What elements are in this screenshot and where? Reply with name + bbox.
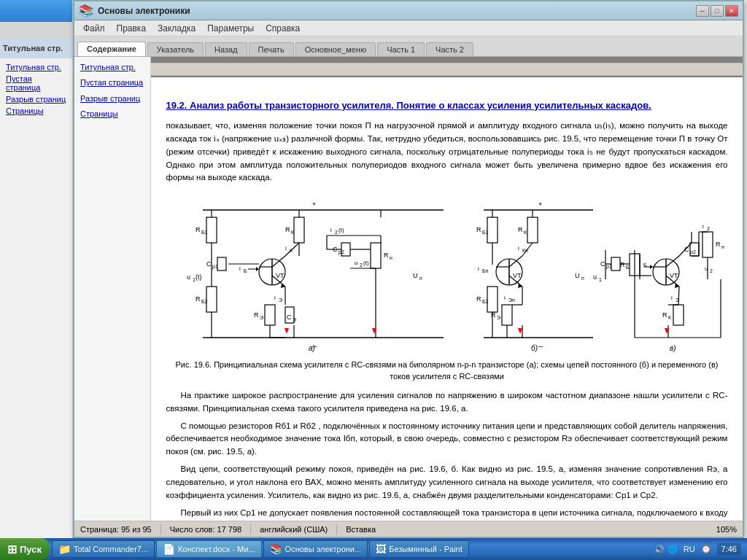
word-nav-titlepage[interactable]: Титульная стр. — [3, 61, 69, 73]
taskbar-item-totalcmd[interactable]: 📁 Total Commander7... — [52, 540, 155, 558]
svg-text:R: R — [518, 226, 523, 233]
book-title-controls: ─ □ ✕ — [696, 5, 738, 17]
svg-rect-78 — [487, 217, 498, 243]
document-area[interactable]: 19.2. Анализ работы транзисторного усили… — [151, 57, 743, 521]
svg-rect-2 — [206, 217, 217, 243]
tray-icon-2: 🌐 — [667, 545, 678, 554]
svg-text:R: R — [285, 226, 290, 233]
svg-text:Б2: Б2 — [201, 299, 208, 304]
svg-text:R: R — [196, 226, 201, 233]
svg-rect-81 — [527, 217, 538, 243]
word-nav-panel: Титульная стр. Пустая страница Разрыв ст… — [0, 58, 72, 120]
svg-text:U: U — [413, 272, 418, 279]
svg-text:Э: Э — [279, 298, 282, 303]
svg-text:U: U — [575, 272, 580, 279]
word-nav-blankpage[interactable]: Пустая страница — [3, 73, 69, 93]
taskbar-item-book-label: Основы электрони... — [285, 545, 362, 553]
nav-item-4[interactable]: Страницы — [77, 106, 147, 122]
svg-text:Э: Э — [260, 315, 263, 320]
book-menu-params[interactable]: Параметры — [201, 22, 260, 35]
word-nav-pagebreak[interactable]: Разрыв страниц — [3, 93, 69, 105]
svg-text:i: i — [518, 245, 519, 252]
svg-text:R: R — [662, 311, 667, 319]
tab-part1[interactable]: Часть 1 — [377, 42, 425, 56]
svg-text:─: ─ — [538, 343, 543, 350]
taskbar-item-book[interactable]: 📚 Основы электрони... — [263, 540, 368, 558]
svg-rect-11 — [206, 287, 217, 312]
svg-text:н: н — [390, 255, 392, 260]
status-sep-2 — [250, 524, 251, 534]
book-maximize-btn[interactable]: □ — [711, 5, 724, 17]
svg-rect-142 — [673, 305, 684, 325]
tab-part2[interactable]: Часть 2 — [426, 42, 473, 56]
tab-main-menu[interactable]: Основное_меню — [295, 42, 376, 56]
svg-text:i: i — [671, 295, 673, 301]
left-nav-panel: Титульная стр. Пустая страница Разрыв ст… — [74, 57, 151, 521]
totalcmd-icon: 📁 — [58, 543, 71, 555]
fig-caption: Рис. 19.6. Принципиальная схема усилител… — [166, 359, 728, 382]
taskbar-item-word-label: Конспект.docx - Ми... — [178, 545, 255, 553]
clock-icon: ⌚ — [701, 545, 711, 554]
paragraph-2: На практике широкое распространение для … — [166, 389, 728, 416]
paragraph-4: Вид цепи, соответствующий режиму покоя, … — [166, 463, 728, 502]
book-menu-edit[interactable]: Правка — [111, 22, 152, 35]
taskbar-item-word[interactable]: 📄 Конспект.docx - Ми... — [156, 540, 261, 558]
tab-contents[interactable]: Содержание — [77, 42, 146, 56]
book-menu-bookmark[interactable]: Закладка — [152, 22, 201, 35]
svg-text:R: R — [196, 295, 201, 303]
svg-rect-25 — [294, 217, 304, 243]
clock: 7:46 — [717, 543, 741, 555]
svg-text:2: 2 — [707, 226, 710, 231]
taskbar-items: 📁 Total Commander7... 📄 Конспект.docx - … — [49, 540, 649, 558]
svg-marker-24 — [256, 267, 259, 271]
svg-text:2: 2 — [360, 262, 363, 268]
book-close-btn[interactable]: ✕ — [725, 5, 738, 17]
ruler — [151, 63, 743, 76]
language-indicator[interactable]: RU — [684, 545, 695, 553]
svg-text:i: i — [703, 223, 704, 230]
svg-text:R: R — [491, 311, 496, 319]
taskbar-item-paint[interactable]: 🖼 Безымянный - Paint — [369, 540, 469, 558]
svg-text:(t): (t) — [338, 227, 344, 233]
svg-text:р1: р1 — [212, 264, 218, 270]
svg-text:2: 2 — [710, 268, 713, 273]
book-menu-help[interactable]: Справка — [260, 22, 306, 35]
svg-text:Б2: Б2 — [482, 299, 489, 304]
book-menu-file[interactable]: Файл — [77, 22, 111, 35]
svg-text:i: i — [285, 245, 287, 252]
svg-text:i: i — [478, 265, 479, 272]
zoom-level: 105% — [716, 525, 737, 534]
status-bar: Страница: 95 из 95 Число слов: 17 798 ан… — [74, 521, 743, 537]
svg-rect-95 — [487, 287, 498, 312]
tab-index[interactable]: Указатель — [147, 42, 204, 56]
book-icon: 📚 — [270, 543, 282, 555]
nav-item-1[interactable]: Титульная стр. — [77, 60, 147, 75]
book-minimize-btn[interactable]: ─ — [696, 5, 709, 17]
svg-text:К: К — [524, 230, 527, 235]
book-window: 📚 Основы электроники ─ □ ✕ Файл Правка З… — [73, 0, 744, 538]
svg-text:u: u — [593, 273, 597, 281]
tab-print[interactable]: Печать — [249, 42, 294, 56]
svg-text:VT: VT — [276, 272, 285, 279]
status-sep-1 — [160, 524, 161, 534]
svg-marker-141 — [650, 265, 653, 269]
svg-text:R: R — [476, 226, 481, 233]
start-button[interactable]: ⊞ Пуск — [0, 538, 49, 560]
paragraph-5: Первый из них Cр1 не допускает появления… — [166, 507, 728, 521]
book-title-left: 📚 Основы электроники — [79, 4, 190, 18]
language: английский (США) — [260, 525, 328, 534]
svg-text:(t): (t) — [196, 273, 202, 281]
svg-text:К: К — [668, 315, 672, 320]
word-nav-pages[interactable]: Страницы — [3, 105, 69, 117]
nav-item-3[interactable]: Разрыв страниц — [77, 91, 147, 106]
svg-text:б): б) — [531, 344, 538, 352]
sys-tray: 🔊 🌐 — [654, 545, 678, 554]
svg-text:R: R — [620, 261, 625, 268]
book-title-bar: 📚 Основы электроники ─ □ ✕ — [74, 1, 743, 20]
svg-rect-5 — [217, 257, 226, 271]
taskbar: ⊞ Пуск 📁 Total Commander7... 📄 Конспект.… — [0, 538, 747, 560]
tab-back[interactable]: Назад — [205, 42, 247, 56]
svg-text:+: + — [312, 201, 316, 208]
nav-item-2[interactable]: Пустая страница — [77, 75, 147, 90]
svg-text:i: i — [274, 295, 276, 301]
